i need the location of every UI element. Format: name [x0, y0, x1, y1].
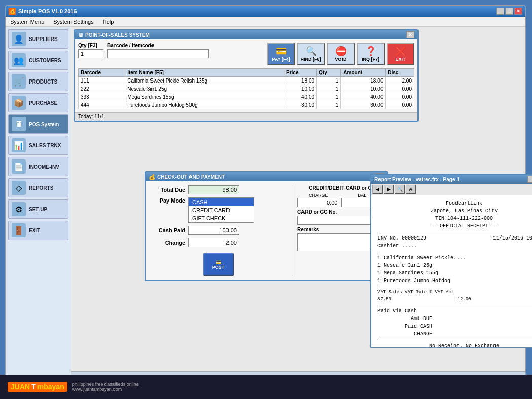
report-line-1 [377, 232, 532, 232]
report-min-btn[interactable]: _ [527, 176, 532, 183]
report-amt-due-row: Amt DUE 98.00 [377, 315, 532, 323]
report-item-row: 1 Mega Sardines 155g40.00 [377, 269, 532, 277]
cell-barcode: 444 [79, 101, 125, 109]
checkout-right: CREDIT/DEBIT CARD or C CHARGE BAL CA [292, 185, 383, 276]
report-zoom-btn[interactable]: 🔍 [395, 185, 405, 194]
close-button[interactable]: ✕ [514, 8, 522, 15]
change-input[interactable] [188, 238, 239, 247]
suppliers-label: SUPPLIERS [29, 36, 58, 42]
today-text: Today: 11/1 [78, 114, 104, 119]
report-paid-via: Paid via Cash [377, 307, 417, 315]
inq-button[interactable]: ❓ INQ [F7] [357, 43, 385, 65]
cash-paid-label: Cash Paid [150, 227, 185, 233]
pos-content: Qty [F3] Barcode / Itemcode 💳 PAY [F4] [75, 39, 417, 112]
report-next-btn[interactable]: ▶ [384, 185, 394, 194]
cash-paid-input[interactable] [188, 226, 239, 235]
col-price: Price [284, 69, 317, 77]
barcode-input[interactable] [107, 49, 209, 58]
pay-label: PAY [F4] [272, 57, 290, 62]
post-button[interactable]: 💳 POST [203, 253, 234, 276]
report-title: Report Preview - vatrec.frx - Page 1 _ □… [371, 175, 532, 184]
pos-status: Today: 11/1 [75, 112, 417, 121]
reports-label: REPORTS [29, 185, 53, 191]
report-paid-cash-row: Paid CASH 100.00 [377, 323, 532, 330]
report-item-row: 1 Nescafe 3in1 25g10.00 [377, 262, 532, 269]
checkout-title-text: CHECK-OUT AND PAYMENT [157, 174, 225, 180]
setup-icon: ⚙ [12, 202, 26, 216]
pay-mode-cash[interactable]: CASH [189, 198, 254, 206]
bottom-logo-bar: JUAN T mbayan philippines free classifie… [0, 375, 532, 399]
sidebar-item-exit[interactable]: 🚪 EXIT [8, 221, 68, 240]
post-label: POST [212, 265, 225, 270]
pay-mode-row: Pay Mode CASH CREDIT CARD GIFT CHECK [150, 197, 287, 223]
logo-sub2: www.juantambayan.com [72, 387, 139, 392]
sidebar-item-setup[interactable]: ⚙ SET-UP [8, 200, 68, 219]
sidebar-item-sales[interactable]: 📊 SALES TRNX [8, 136, 68, 155]
report-prev-btn[interactable]: ◀ [372, 185, 383, 194]
maximize-button[interactable]: □ [505, 8, 513, 15]
toolbar: 💳 PAY [F4] 🔍 FIND [F6] ⛔ VOID [267, 43, 414, 65]
report-items: 1 California Sweet Pickle....18.001 Nesc… [377, 254, 532, 285]
exit-btn-label: EXIT [395, 57, 405, 62]
sidebar-item-purchase[interactable]: 📦 PURCHASE [8, 93, 68, 112]
logo-text: JUAN [11, 383, 30, 391]
find-button[interactable]: 🔍 FIND [F6] [297, 43, 325, 65]
sidebar-item-customers[interactable]: 👥 CUSTOMERS [8, 51, 68, 70]
pay-mode-giftcheck[interactable]: GIFT CHECK [189, 214, 254, 222]
pay-mode-credit[interactable]: CREDIT CARD [189, 206, 254, 214]
qty-input[interactable] [78, 49, 103, 58]
inq-icon: ❓ [365, 47, 376, 56]
sidebar-item-products[interactable]: 🛒 PRODUCTS [8, 72, 68, 91]
find-label: FIND [F6] [301, 57, 321, 62]
report-print-btn[interactable]: 🖨 [406, 185, 416, 194]
minimize-button[interactable]: _ [496, 8, 504, 15]
cell-amount: 10.00 [341, 85, 386, 93]
pay-mode-dropdown[interactable]: CASH CREDIT CARD GIFT CHECK [188, 197, 254, 223]
report-vat-sales: 87.50 [377, 296, 391, 303]
report-tin: TIN 104-111-222-000 [377, 215, 532, 222]
report-paid-via-row: Paid via Cash [377, 307, 532, 315]
sidebar-item-reports[interactable]: ◇ REPORTS [8, 178, 68, 197]
exit-button[interactable]: ❌ EXIT [387, 43, 414, 65]
pos-icon: 🖥 [12, 117, 26, 131]
table-row: 111 California Sweet Pickle Relish 135g … [79, 77, 414, 85]
qty-label: Qty [F3] [78, 43, 103, 48]
sidebar-item-suppliers[interactable]: 👤 SUPPLIERS [8, 29, 68, 49]
menu-help[interactable]: Help [101, 18, 117, 25]
cell-item: Nescafe 3in1 25g [125, 85, 284, 93]
sidebar-item-income[interactable]: 📄 INCOME-INV [8, 157, 68, 176]
report-vat-rate: 12.00 [457, 296, 471, 303]
exit-btn-icon: ❌ [395, 47, 406, 56]
col-itemname: Item Name [F5] [125, 69, 284, 77]
report-content: Foodcartlink Zapote, Las Pinas City TIN … [371, 195, 532, 347]
report-company: Foodcartlink [377, 200, 532, 207]
change-row: Change [150, 238, 287, 247]
cell-price: 18.00 [284, 77, 317, 85]
report-footer1: No Receipt. No Exchange [377, 342, 532, 347]
pos-close-btn[interactable]: ✕ [406, 31, 414, 38]
report-address: Zapote, Las Pinas City [377, 207, 532, 215]
total-due-input[interactable] [188, 185, 239, 194]
report-vat-header: VAT Sales VAT Rate % VAT Amt [377, 289, 532, 296]
report-receipt-header: -- OFFICIAL RECEIPT -- [377, 222, 532, 230]
checkout-window: 💰 CHECK-OUT AND PAYMENT ✕ Total Due [145, 171, 388, 281]
cell-item: California Sweet Pickle Relish 135g [125, 77, 284, 85]
report-toolbar: ◀ ▶ 🔍 🖨 [371, 184, 532, 195]
cell-price: 30.00 [284, 101, 317, 109]
report-amt-due-label: Amt DUE [377, 315, 432, 323]
sidebar-item-pos[interactable]: 🖥 POS System [8, 114, 68, 134]
charge-input[interactable] [297, 198, 339, 207]
menu-system[interactable]: System Menu [8, 18, 46, 25]
checkout-content: Total Due Pay Mode CASH CREDIT CARD GIFT… [146, 181, 387, 280]
pos-title-icon: 🖥 [78, 32, 83, 38]
pay-icon: 💳 [276, 47, 287, 56]
main-window: 💰 Simple POS V1.0 2016 _ □ ✕ System Menu… [5, 5, 526, 393]
void-button[interactable]: ⛔ VOID [327, 43, 355, 65]
pay-button[interactable]: 💳 PAY [F4] [267, 43, 295, 65]
menu-settings[interactable]: System Settings [51, 18, 95, 25]
report-change-label: CHANGE [377, 330, 432, 338]
customers-icon: 👥 [12, 53, 26, 67]
void-label: VOID [335, 57, 346, 62]
report-scroll[interactable]: Foodcartlink Zapote, Las Pinas City TIN … [371, 195, 532, 347]
cell-amount: 30.00 [341, 101, 386, 109]
